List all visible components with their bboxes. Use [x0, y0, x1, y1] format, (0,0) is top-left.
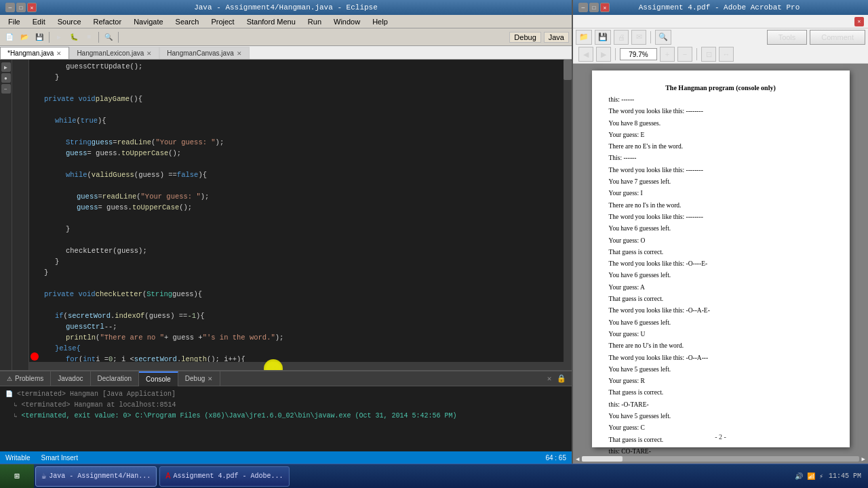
pdf-text: this: -O-TARE-: [609, 401, 833, 409]
pdf-btn-save[interactable]: 💾: [595, 30, 611, 45]
pdf-panel: ─ □ ✕ Assignment 4.pdf - Adobe Acrobat P…: [573, 0, 868, 464]
pdf-btn-email[interactable]: ✉: [631, 30, 646, 45]
pdf-scroll-left[interactable]: ◀: [576, 455, 579, 463]
taskbar-eclipse[interactable]: ☕ Java - Assignment4/Han...: [35, 466, 157, 487]
editor-area: ▶ ● − guessCtrtUpdate(); }: [0, 60, 572, 370]
editor-tabs: *Hangman.java ✕ HangmanLexicon.java ✕ Ha…: [0, 46, 572, 60]
pdf-text: That guess is correct.: [609, 248, 833, 257]
tab-problems[interactable]: ⚠ Problems: [0, 371, 51, 386]
tab-close-canvas[interactable]: ✕: [237, 50, 242, 57]
minimize-button[interactable]: ─: [5, 3, 15, 12]
pdf-page-title: The Hangman program (console only): [609, 84, 833, 92]
pdf-zoom-input[interactable]: [620, 48, 657, 60]
pdf-tools-btn[interactable]: Tools: [767, 30, 808, 45]
code-line: guess = readLine("Your guess: ");: [33, 191, 568, 202]
pdf-text: You have 6 guesses left.: [609, 319, 833, 327]
pdf-text: There are no I's in the word.: [609, 201, 833, 210]
pdf-text: There are no U's in the word.: [609, 342, 833, 350]
pdf-minimize[interactable]: ─: [578, 3, 588, 12]
pdf-sep3: [696, 48, 697, 60]
toolbar-new[interactable]: 📄: [3, 30, 16, 44]
pdf-text: You have 6 guesses left.: [609, 271, 833, 280]
menu-help[interactable]: Help: [367, 16, 393, 27]
menu-source[interactable]: Source: [52, 16, 87, 27]
pdf-comment-btn[interactable]: Comment: [810, 30, 865, 45]
toolbar-stop[interactable]: ■: [82, 30, 96, 44]
menu-run[interactable]: Run: [302, 16, 327, 27]
menu-refactor[interactable]: Refactor: [88, 16, 127, 27]
eclipse-menubar: File Edit Source Refactor Navigate Searc…: [0, 15, 572, 28]
pdf-zoom-out[interactable]: −: [677, 47, 692, 62]
menu-file[interactable]: File: [3, 16, 26, 27]
menu-window[interactable]: Window: [328, 16, 366, 27]
pdf-btn-open[interactable]: 📁: [576, 30, 592, 45]
pdf-text: this: CO-TARE-: [609, 447, 833, 454]
tab-javadoc[interactable]: Javadoc: [51, 371, 90, 386]
console-scroll-lock[interactable]: 🔒: [557, 374, 566, 384]
toolbar-debug[interactable]: 🐛: [67, 30, 81, 44]
pdf-close[interactable]: ✕: [600, 3, 610, 12]
pdf-text: The word you looks like this: -O----E-: [609, 260, 833, 268]
sidebar-folding[interactable]: −: [1, 84, 11, 94]
pdf-fit-width[interactable]: ↔: [719, 47, 734, 62]
pdf-sep2: [615, 48, 616, 60]
editor-scrollbar[interactable]: [564, 60, 572, 370]
code-line: [33, 180, 568, 191]
pdf-text: This: ------: [609, 154, 833, 163]
tab-debug[interactable]: Debug ✕: [178, 371, 220, 386]
debug-label[interactable]: Debug: [509, 32, 540, 43]
pdf-scroll-thumb[interactable]: [582, 456, 623, 462]
pdf-btn-search[interactable]: 🔍: [655, 30, 671, 45]
taskbar-time: 11:45 PM: [829, 472, 861, 480]
maximize-button[interactable]: □: [16, 3, 26, 12]
code-line: [33, 83, 568, 94]
pdf-text: That guess is correct.: [609, 388, 833, 397]
menu-stanford[interactable]: Stanford Menu: [241, 16, 301, 27]
console-line: ↳ <terminated> Hangman at localhost:8514: [5, 400, 566, 411]
code-line: while( validGuess(guess) == false){: [33, 169, 568, 180]
tab-canvas[interactable]: HangmanCanvas.java ✕: [159, 47, 249, 59]
pdf-scroll-track[interactable]: [582, 456, 859, 462]
tab-close-lexicon[interactable]: ✕: [146, 50, 152, 57]
menu-project[interactable]: Project: [205, 16, 239, 27]
pdf-scroll-right[interactable]: ▶: [862, 455, 865, 463]
pdf-fit-page[interactable]: ⊡: [701, 47, 716, 62]
pdf-panel-close[interactable]: ✕: [854, 17, 864, 26]
menu-search[interactable]: Search: [170, 16, 205, 27]
pdf-toolbar-row2: ◀ ▶ + − ⊡ ↔: [573, 46, 868, 64]
console-clear[interactable]: ✕: [545, 374, 554, 384]
pdf-body-text: this: ------ The word you looks like thi…: [609, 96, 833, 454]
sidebar-bookmarks[interactable]: ▶: [1, 62, 11, 72]
console-content: 📄 <terminated> Hangman [Java Application…: [0, 386, 572, 451]
tab-declaration[interactable]: Declaration: [91, 371, 140, 386]
pdf-prev-page[interactable]: ◀: [578, 47, 593, 62]
tab-hangman[interactable]: *Hangman.java ✕: [0, 47, 69, 59]
console-line: 📄 <terminated> Hangman [Java Application…: [5, 389, 566, 400]
pdf-maximize[interactable]: □: [589, 3, 599, 12]
toolbar-search[interactable]: 🔍: [102, 30, 115, 44]
pdf-toolbar-row1: 📁 💾 🖨 ✉ 🔍 Tools Comment: [573, 28, 868, 46]
tab-console[interactable]: Console: [139, 371, 178, 386]
tab-close-hangman[interactable]: ✕: [56, 50, 62, 57]
menu-edit[interactable]: Edit: [27, 16, 51, 27]
editor-hscrollbar[interactable]: [29, 362, 572, 370]
java-label[interactable]: Java: [544, 32, 569, 43]
close-button[interactable]: ✕: [27, 3, 37, 12]
toolbar-run[interactable]: ▶: [52, 30, 66, 44]
taskbar-start[interactable]: ⊞: [0, 464, 34, 489]
code-line: while(true){: [33, 115, 568, 126]
pdf-content-area[interactable]: The Hangman program (console only) ─ □ ✕…: [573, 64, 868, 454]
pdf-btn-print[interactable]: 🖨: [614, 30, 629, 45]
menu-navigate[interactable]: Navigate: [128, 16, 168, 27]
toolbar-save[interactable]: 💾: [33, 30, 46, 44]
pdf-next-page[interactable]: ▶: [596, 47, 611, 62]
scrollbar-thumb[interactable]: [564, 60, 572, 80]
taskbar: ⊞ ☕ Java - Assignment4/Han... A Assignme…: [0, 464, 868, 488]
tab-lexicon[interactable]: HangmanLexicon.java ✕: [69, 47, 159, 59]
toolbar-open[interactable]: 📂: [18, 30, 31, 44]
pdf-zoom-in[interactable]: +: [660, 47, 675, 62]
code-area[interactable]: guessCtrtUpdate(); } private void playGa…: [29, 60, 572, 370]
pdf-scrollbar[interactable]: ◀ ▶: [573, 454, 868, 464]
taskbar-acrobat[interactable]: A Assignment 4.pdf - Adobe...: [159, 466, 289, 487]
sidebar-breakpoints[interactable]: ●: [1, 73, 11, 83]
